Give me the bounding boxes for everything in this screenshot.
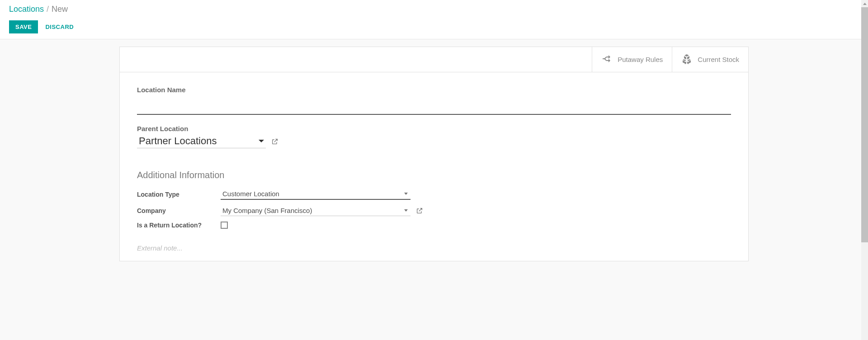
parent-location-select[interactable]: Partner Locations xyxy=(137,134,266,148)
company-select[interactable]: My Company (San Francisco) xyxy=(221,205,410,216)
caret-down-icon xyxy=(259,140,264,142)
scroll-thumb[interactable] xyxy=(861,7,868,242)
vertical-scrollbar[interactable] xyxy=(861,0,868,261)
caret-down-icon xyxy=(404,209,408,212)
form-sheet: Putaway Rules Current Stock Location Nam… xyxy=(119,47,749,261)
putaway-rules-button[interactable]: Putaway Rules xyxy=(592,47,672,72)
external-note-placeholder: External note... xyxy=(137,244,183,252)
current-stock-label: Current Stock xyxy=(698,56,739,63)
location-type-select[interactable]: Customer Location xyxy=(221,189,410,200)
putaway-rules-label: Putaway Rules xyxy=(618,56,663,63)
parent-location-value: Partner Locations xyxy=(139,135,217,147)
is-return-checkbox[interactable] xyxy=(221,222,228,229)
boxes-icon xyxy=(681,53,692,66)
scroll-up-arrow-icon[interactable] xyxy=(861,0,868,7)
breadcrumb-locations-link[interactable]: Locations xyxy=(9,5,44,14)
header-bar: Locations / New SAVE DISCARD xyxy=(0,0,868,39)
company-value: My Company (San Francisco) xyxy=(222,207,312,214)
save-button[interactable]: SAVE xyxy=(9,20,38,33)
breadcrumb: Locations / New xyxy=(9,5,859,14)
location-name-input[interactable] xyxy=(137,96,731,115)
stat-buttons-row: Putaway Rules Current Stock xyxy=(120,47,748,72)
discard-button[interactable]: DISCARD xyxy=(45,24,74,30)
breadcrumb-current: New xyxy=(52,5,68,14)
action-buttons: SAVE DISCARD xyxy=(9,20,859,33)
external-note-input[interactable]: External note... xyxy=(137,244,731,252)
parent-location-label: Parent Location xyxy=(137,125,731,132)
current-stock-button[interactable]: Current Stock xyxy=(672,47,748,72)
company-external-link[interactable] xyxy=(416,207,423,214)
caret-down-icon xyxy=(404,193,408,195)
parent-location-external-link[interactable] xyxy=(271,138,278,145)
is-return-label: Is a Return Location? xyxy=(137,222,221,229)
breadcrumb-separator: / xyxy=(47,5,49,14)
shuffle-icon xyxy=(601,53,612,66)
location-name-label: Location Name xyxy=(137,86,731,94)
company-label: Company xyxy=(137,207,221,214)
location-type-label: Location Type xyxy=(137,191,221,198)
additional-information-title: Additional Information xyxy=(137,170,731,180)
location-type-value: Customer Location xyxy=(222,190,279,198)
